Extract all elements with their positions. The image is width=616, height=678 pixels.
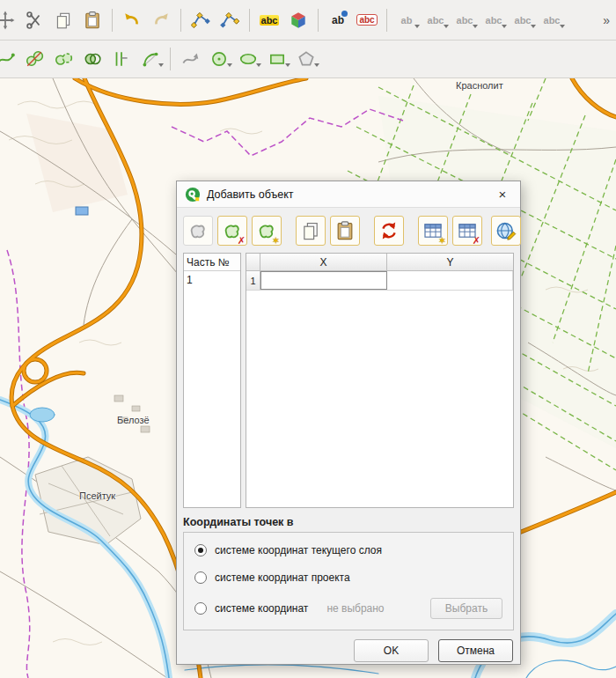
radio-button-icon[interactable] (194, 544, 207, 556)
radio-button-icon[interactable] (194, 571, 207, 584)
toolbar-edit-label: abc ab abc ab abc abc abc abc abc » (0, 0, 616, 41)
radio-button-icon[interactable] (194, 602, 207, 615)
vertex-tool-current-layer-button[interactable] (216, 7, 243, 33)
table-row: 1 (246, 271, 513, 291)
toolbar-overflow-button[interactable]: » (599, 13, 613, 27)
change-label-icon: abc (457, 15, 473, 26)
rectangle-tool-button[interactable] (264, 46, 290, 72)
radio-label: системе координат (215, 602, 308, 615)
layer-labeling-icon: abc (260, 15, 280, 26)
map-canvas[interactable]: Краснолит Белозё Псейтук Добавить объект… (0, 78, 616, 678)
ellipse-tool-button[interactable] (235, 46, 261, 72)
split-features-icon (25, 49, 44, 69)
highlight-pinned-labels-button[interactable]: abc (354, 7, 380, 33)
ok-button[interactable]: OK (354, 639, 429, 662)
add-feature-dialog: Добавить объект × Часть № (176, 181, 521, 665)
move-content-button[interactable] (0, 7, 18, 33)
map-label-town2: Белозё (117, 415, 150, 425)
trim-extend-button[interactable] (108, 46, 135, 72)
toggle-label-visibility-icon: abc (544, 15, 561, 26)
redo-icon (151, 11, 171, 30)
table-row-number[interactable]: 1 (246, 271, 260, 290)
cancel-button[interactable]: Отмена (438, 639, 513, 662)
regular-polygon-icon (297, 49, 316, 69)
coordinates-group-title: Координаты точек в (183, 516, 514, 528)
choose-crs-button[interactable]: Выбрать (430, 598, 502, 619)
undo-icon (122, 11, 142, 30)
dialog-main-area: Часть № 1 X Y 1 (177, 250, 520, 511)
vertex-tool-all-layers-button[interactable] (187, 7, 214, 33)
change-label-button[interactable]: abc (451, 7, 478, 33)
reverse-order-icon (378, 220, 400, 241)
cut-button[interactable] (21, 7, 48, 33)
insert-badge-icon (438, 236, 446, 246)
table-header-y[interactable]: Y (387, 254, 513, 270)
label-anchor-button[interactable]: abc (510, 7, 536, 33)
insert-row-button[interactable] (418, 216, 448, 246)
rotate-label-button[interactable]: abc (422, 7, 449, 33)
cut-icon (25, 11, 44, 30)
circular-string-button[interactable] (137, 46, 164, 72)
paste-coordinates-button[interactable] (330, 216, 360, 246)
parts-list[interactable]: Часть № 1 (183, 253, 241, 508)
radio-option-custom-crs[interactable]: системе координат не выбрано Выбрать (194, 598, 502, 619)
dialog-toolbar (177, 208, 520, 250)
qgis-window: abc ab abc ab abc abc abc abc abc » (0, 0, 616, 678)
table-cell-y[interactable] (387, 271, 514, 290)
add-part-icon (187, 220, 209, 241)
move-label-button[interactable]: ab (393, 7, 420, 33)
merge-features-icon (83, 49, 102, 69)
delete-row-button[interactable] (452, 216, 482, 246)
table-cell-x[interactable] (260, 271, 387, 290)
reshape-button[interactable] (177, 46, 203, 72)
show-hide-labels-button[interactable]: abc (480, 7, 507, 33)
map-label-town1: Краснолит (456, 80, 503, 91)
toggle-label-visibility-button[interactable]: abc (539, 7, 565, 33)
show-hide-labels-icon: abc (486, 15, 502, 26)
pin-dot-icon (341, 11, 348, 17)
parts-list-item[interactable]: 1 (184, 271, 240, 289)
reverse-order-button[interactable] (374, 216, 404, 246)
dialog-button-row: OK Отмена (177, 630, 520, 673)
circle-tool-button[interactable] (206, 46, 232, 72)
redo-button[interactable] (148, 7, 174, 33)
move-label-icon: ab (401, 15, 413, 26)
highlight-pinned-labels-icon: abc (356, 14, 377, 26)
split-parts-button[interactable] (50, 46, 77, 72)
close-button[interactable]: × (493, 185, 512, 204)
label-anchor-icon: abc (515, 15, 532, 26)
vertex-tool-all-layers-icon (191, 11, 210, 30)
crs-settings-button[interactable] (491, 216, 521, 246)
delete-row-badge-icon (473, 236, 480, 246)
coordinates-table[interactable]: X Y 1 (246, 253, 514, 508)
dialog-title-bar[interactable]: Добавить объект × (177, 181, 520, 208)
layer-diagram-button[interactable] (285, 7, 312, 33)
regular-polygon-button[interactable] (293, 46, 319, 72)
move-content-icon (0, 11, 15, 30)
circular-string-icon (141, 49, 160, 69)
vertex-tool-current-layer-icon (220, 11, 239, 30)
qgis-logo-icon (185, 187, 201, 203)
add-badge-icon (272, 236, 280, 246)
paste-button[interactable] (79, 7, 106, 33)
trim-extend-icon (112, 49, 131, 69)
radio-option-project-crs[interactable]: системе координат проекта (194, 571, 502, 585)
merge-features-button[interactable] (79, 46, 106, 72)
toolbar-separator (170, 48, 171, 70)
toolbar-separator (180, 9, 181, 32)
crs-settings-icon (495, 220, 517, 241)
coordinates-group-box: системе координат текущего слоя системе … (183, 532, 514, 630)
radio-option-layer-crs[interactable]: системе координат текущего слоя (194, 543, 502, 557)
new-part-button[interactable] (252, 216, 282, 246)
copy-button[interactable] (50, 7, 77, 33)
delete-part-button[interactable] (217, 216, 247, 246)
copy-coordinates-button[interactable] (296, 216, 326, 246)
parts-list-header: Часть № (184, 254, 240, 271)
add-part-button[interactable] (183, 216, 213, 246)
table-header-x[interactable]: X (260, 254, 387, 270)
pin-labels-button[interactable]: ab (325, 7, 351, 33)
undo-button[interactable] (119, 7, 145, 33)
layer-labeling-button[interactable]: abc (256, 7, 282, 33)
split-features-button[interactable] (21, 46, 48, 72)
digitize-spline-button[interactable] (0, 46, 18, 72)
